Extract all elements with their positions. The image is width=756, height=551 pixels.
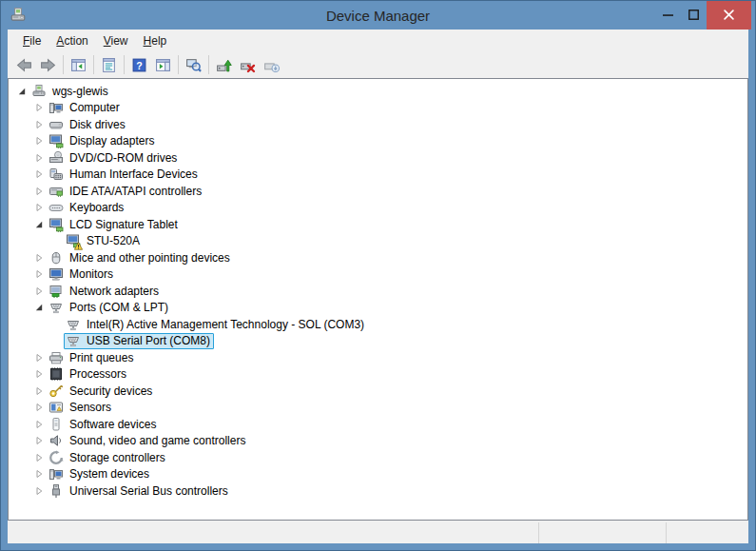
tree-item-content[interactable]: IDE ATA/ATAPI controllers bbox=[47, 183, 205, 199]
hid-icon bbox=[48, 167, 64, 182]
tree-item-mice-and-other-pointing-devices[interactable]: Mice and other pointing devices bbox=[9, 249, 747, 266]
tree-item-display-adapters[interactable]: Display adapters bbox=[9, 133, 747, 150]
tree-item-content[interactable]: LCD Signature Tablet bbox=[47, 216, 182, 232]
collapse-expander-icon[interactable] bbox=[33, 219, 44, 229]
expand-expander-icon[interactable] bbox=[33, 269, 44, 280]
maximize-button[interactable] bbox=[681, 1, 707, 30]
expand-expander-icon[interactable] bbox=[33, 436, 44, 446]
network-adapter-icon bbox=[48, 284, 64, 299]
collapse-expander-icon[interactable] bbox=[33, 303, 44, 313]
tree-item-print-queues[interactable]: Print queues bbox=[9, 349, 747, 366]
tree-item-computer[interactable]: Computer bbox=[9, 100, 747, 117]
expand-expander-icon[interactable] bbox=[33, 369, 44, 380]
tree-item-software-devices[interactable]: Software devices bbox=[9, 416, 747, 433]
tree-item-content[interactable]: Computer bbox=[47, 100, 124, 116]
expand-expander-icon[interactable] bbox=[33, 103, 44, 113]
tree-item-human-interface-devices[interactable]: Human Interface Devices bbox=[9, 167, 747, 184]
expand-expander-icon[interactable] bbox=[33, 419, 44, 429]
menu-view[interactable]: View bbox=[96, 31, 136, 50]
back-button[interactable] bbox=[12, 53, 36, 76]
uninstall-button[interactable] bbox=[236, 53, 260, 76]
tree-item-content[interactable]: Monitors bbox=[47, 266, 117, 283]
tree-item-content[interactable]: Storage controllers bbox=[47, 449, 169, 465]
tree-item-content[interactable]: Intel(R) Active Management Technology - … bbox=[64, 316, 368, 332]
tree-item-content[interactable]: Security devices bbox=[47, 383, 156, 399]
disable-button[interactable] bbox=[260, 53, 283, 76]
expand-expander-icon[interactable] bbox=[33, 485, 44, 496]
expand-expander-icon[interactable] bbox=[33, 203, 44, 213]
tree-item-content[interactable]: Network adapters bbox=[47, 283, 163, 299]
selected-tree-item-content[interactable]: USB Serial Port (COM8) bbox=[64, 333, 214, 349]
tree-item-storage-controllers[interactable]: Storage controllers bbox=[9, 449, 747, 466]
scan-for-hardware-changes-button[interactable] bbox=[182, 53, 205, 76]
tree-item-network-adapters[interactable]: Network adapters bbox=[9, 283, 747, 300]
expand-expander-icon[interactable] bbox=[33, 119, 44, 129]
tree-item-content[interactable]: Print queues bbox=[47, 349, 137, 365]
minimize-button[interactable] bbox=[655, 1, 681, 30]
tree-item-content[interactable]: Keyboards bbox=[47, 200, 127, 216]
tree-item-stu-520a[interactable]: STU-520A bbox=[9, 233, 747, 250]
tree-item-content[interactable]: Sensors bbox=[47, 400, 115, 416]
tree-item-system-devices[interactable]: System devices bbox=[9, 466, 747, 483]
expand-expander-icon[interactable] bbox=[33, 136, 44, 147]
tree-item-content[interactable]: Sound, video and game controllers bbox=[47, 433, 249, 449]
tree-item-content[interactable]: Universal Serial Bus controllers bbox=[47, 482, 232, 499]
tree-item-usb-serial-port-com8[interactable]: USB Serial Port (COM8) bbox=[9, 333, 747, 350]
tree-item-content[interactable]: Software devices bbox=[47, 416, 160, 432]
menu-action[interactable]: Action bbox=[48, 31, 95, 50]
expand-expander-icon[interactable] bbox=[33, 152, 44, 163]
expand-expander-icon[interactable] bbox=[33, 352, 44, 363]
tree-item-dvd-cd-rom-drives[interactable]: DVD/CD-ROM drives bbox=[9, 149, 747, 167]
tree-item-content[interactable]: Processors bbox=[47, 366, 130, 383]
collapse-expander-icon[interactable] bbox=[16, 86, 27, 96]
tree-item-intel-r-active-management-technology-sol-com3[interactable]: Intel(R) Active Management Technology - … bbox=[9, 316, 747, 333]
tree-item-content[interactable]: Ports (COM & LPT) bbox=[47, 300, 172, 316]
expand-expander-icon[interactable] bbox=[33, 285, 44, 296]
close-button[interactable] bbox=[707, 1, 751, 30]
tree-item-ide-ata-atapi-controllers[interactable]: IDE ATA/ATAPI controllers bbox=[9, 183, 747, 200]
tree-item-content[interactable]: wgs-glewis bbox=[29, 83, 112, 99]
title-bar[interactable]: Device Manager bbox=[1, 1, 755, 30]
expand-expander-icon[interactable] bbox=[33, 403, 44, 413]
menu-help[interactable]: Help bbox=[136, 31, 175, 50]
printer-icon bbox=[48, 350, 64, 365]
tree-item-security-devices[interactable]: Security devices bbox=[9, 383, 747, 400]
processor-icon bbox=[48, 366, 64, 382]
expand-expander-icon[interactable] bbox=[33, 186, 44, 196]
tree-item-label: Security devices bbox=[69, 384, 152, 399]
tree-item-ports-com-lpt[interactable]: Ports (COM & LPT) bbox=[9, 300, 747, 317]
help-button[interactable]: ? bbox=[127, 53, 151, 76]
show-hide-console-tree-button[interactable] bbox=[67, 53, 90, 76]
show-hide-action-pane-button[interactable] bbox=[151, 53, 175, 76]
tree-item-content[interactable]: STU-520A bbox=[64, 233, 144, 249]
expand-expander-icon[interactable] bbox=[33, 385, 44, 396]
tree-item-content[interactable]: Display adapters bbox=[47, 133, 158, 149]
expand-expander-icon[interactable] bbox=[33, 469, 44, 480]
expand-expander-icon[interactable] bbox=[33, 169, 44, 180]
tree-item-label: Disk drives bbox=[69, 117, 126, 132]
expand-expander-icon[interactable] bbox=[33, 252, 44, 263]
tree-item-processors[interactable]: Processors bbox=[9, 366, 747, 384]
storage-controller-icon bbox=[48, 450, 64, 465]
tree-item-content[interactable]: Human Interface Devices bbox=[47, 167, 202, 183]
properties-button[interactable] bbox=[97, 53, 121, 76]
tree-item-monitors[interactable]: Monitors bbox=[9, 266, 747, 284]
tree-item-sound-video-and-game-controllers[interactable]: Sound, video and game controllers bbox=[9, 433, 747, 450]
tree-item-keyboards[interactable]: Keyboards bbox=[9, 200, 747, 217]
tree-item-sensors[interactable]: Sensors bbox=[9, 400, 747, 417]
tree-item-wgs-glewis[interactable]: wgs-glewis bbox=[9, 83, 747, 100]
tree-item-universal-serial-bus-controllers[interactable]: Universal Serial Bus controllers bbox=[9, 482, 747, 500]
tree-item-label: Computer bbox=[69, 100, 120, 115]
tree-item-content[interactable]: Disk drives bbox=[47, 116, 129, 132]
computer-station-icon bbox=[31, 84, 47, 99]
forward-button[interactable] bbox=[36, 53, 60, 76]
tree-item-lcd-signature-tablet[interactable]: LCD Signature Tablet bbox=[9, 216, 747, 233]
tree-item-content[interactable]: DVD/CD-ROM drives bbox=[47, 149, 181, 166]
display-adapter-icon bbox=[48, 133, 64, 148]
tree-item-content[interactable]: System devices bbox=[47, 466, 153, 482]
menu-file[interactable]: File bbox=[15, 31, 48, 50]
expand-expander-icon[interactable] bbox=[33, 452, 44, 462]
tree-item-disk-drives[interactable]: Disk drives bbox=[9, 116, 747, 133]
update-driver-button[interactable] bbox=[212, 53, 236, 76]
tree-item-content[interactable]: Mice and other pointing devices bbox=[47, 249, 234, 266]
